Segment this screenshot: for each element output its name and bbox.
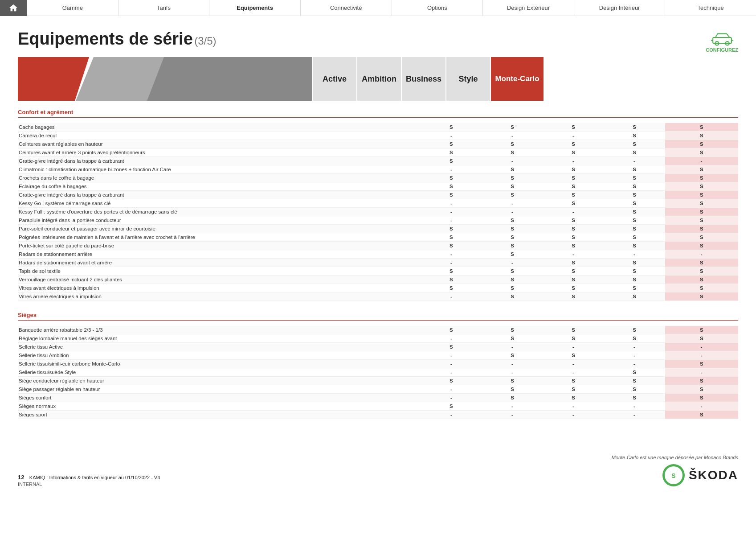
val-ambition: S <box>482 276 543 284</box>
val-ambition: - <box>482 360 543 368</box>
val-style: S <box>604 377 665 385</box>
table-row: Ceintures avant et arrière 3 points avec… <box>18 148 738 157</box>
val-business: S <box>543 233 604 242</box>
feature-name: Caméra de recul <box>18 132 421 140</box>
title-block: Equipements de série (3/5) <box>18 29 217 49</box>
val-business: S <box>543 148 604 157</box>
footer-right: Monte-Carlo est une marque déposée par M… <box>612 455 738 487</box>
val-ambition: S <box>482 182 543 191</box>
val-business: S <box>543 199 604 208</box>
val-business: - <box>543 360 604 368</box>
val-monte-carlo: - <box>665 402 738 411</box>
svg-text:S: S <box>671 472 675 479</box>
feature-name: Tapis de sol textile <box>18 267 421 276</box>
val-style: S <box>604 394 665 402</box>
val-active: - <box>421 259 482 267</box>
val-style: S <box>604 276 665 284</box>
val-ambition: S <box>482 216 543 225</box>
val-monte-carlo: - <box>665 351 738 360</box>
val-monte-carlo: - <box>665 343 738 351</box>
val-monte-carlo: S <box>665 225 738 233</box>
val-monte-carlo: S <box>665 199 738 208</box>
val-ambition: - <box>482 157 543 165</box>
val-active: - <box>421 199 482 208</box>
val-style: - <box>604 351 665 360</box>
val-monte-carlo: S <box>665 165 738 174</box>
table-row: Kessy Go : système démarrage sans clé - … <box>18 199 738 208</box>
val-active: S <box>421 326 482 334</box>
val-monte-carlo: S <box>665 140 738 148</box>
val-business: S <box>543 140 604 148</box>
val-business: S <box>543 267 604 276</box>
val-active: - <box>421 360 482 368</box>
val-style: S <box>604 123 665 132</box>
val-style: - <box>604 157 665 165</box>
feature-name: Gratte-givre intégré dans la trappe à ca… <box>18 157 421 165</box>
nav-item-gamme[interactable]: Gamme <box>27 0 118 16</box>
nav-item-tarifs[interactable]: Tarifs <box>118 0 209 16</box>
val-style: S <box>604 267 665 276</box>
val-monte-carlo: S <box>665 148 738 157</box>
table-row: Banquette arrière rabattable 2/3 - 1/3 S… <box>18 326 738 334</box>
val-ambition: S <box>482 326 543 334</box>
val-business: - <box>543 132 604 140</box>
val-ambition: S <box>482 233 543 242</box>
val-active: - <box>421 351 482 360</box>
val-business: S <box>543 165 604 174</box>
table-row: Sièges sport - - - - S <box>18 411 738 419</box>
footer-doc-info: KAMIQ : Informations & tarifs en vigueur… <box>29 475 160 480</box>
val-monte-carlo: S <box>665 334 738 343</box>
val-style: S <box>604 368 665 377</box>
nav-item-design-int[interactable]: Design Intérieur <box>574 0 665 16</box>
table-row: Gratte-givre intégré dans la trappe à ca… <box>18 157 738 165</box>
val-ambition: S <box>482 334 543 343</box>
val-active: S <box>421 225 482 233</box>
val-active: S <box>421 343 482 351</box>
table-row: Vitres arrière électriques à impulsion -… <box>18 292 738 301</box>
table-row: Sellerie tissu Ambition - S S - - <box>18 351 738 360</box>
val-monte-carlo: - <box>665 368 738 377</box>
val-ambition: - <box>482 208 543 216</box>
val-style: S <box>604 242 665 250</box>
val-monte-carlo: S <box>665 132 738 140</box>
val-business: - <box>543 411 604 419</box>
val-monte-carlo: S <box>665 123 738 132</box>
val-active: - <box>421 394 482 402</box>
val-active: - <box>421 216 482 225</box>
val-ambition: S <box>482 148 543 157</box>
nav-item-connectivite[interactable]: Connectivité <box>300 0 392 16</box>
nav-item-design-ext[interactable]: Design Extérieur <box>482 0 574 16</box>
val-business: - <box>543 368 604 377</box>
feature-name: Sellerie tissu Active <box>18 343 421 351</box>
feature-name: Radars de stationnement arrière <box>18 250 421 259</box>
val-business: S <box>543 284 604 292</box>
feature-name: Pare-soleil conducteur et passager avec … <box>18 225 421 233</box>
brand-name: ŠKODA <box>689 468 738 482</box>
val-ambition: - <box>482 411 543 419</box>
val-active: S <box>421 157 482 165</box>
table-row: Verrouillage centralisé incluant 2 clés … <box>18 276 738 284</box>
feature-name: Ceintures avant et arrière 3 points avec… <box>18 148 421 157</box>
val-business: - <box>543 157 604 165</box>
val-active: S <box>421 182 482 191</box>
feature-name: Poignées intérieures de maintien à l'ava… <box>18 233 421 242</box>
main-content: Active Ambition Business Style Monte-Car… <box>0 57 756 437</box>
val-style: S <box>604 284 665 292</box>
table-row: Tapis de sol textile S S S S S <box>18 267 738 276</box>
val-active: - <box>421 334 482 343</box>
nav-home[interactable] <box>0 0 27 16</box>
col-header-business: Business <box>401 57 445 101</box>
val-monte-carlo: S <box>665 292 738 301</box>
val-business: - <box>543 402 604 411</box>
nav-item-options[interactable]: Options <box>392 0 483 16</box>
val-style: S <box>604 334 665 343</box>
nav-item-technique[interactable]: Technique <box>665 0 756 16</box>
val-monte-carlo: S <box>665 394 738 402</box>
section-sieges: Sièges Banquette arrière rabattable 2/3 … <box>18 308 738 419</box>
feature-name: Gratte-givre intégré dans la trappe à ca… <box>18 191 421 199</box>
config-button[interactable]: CONFIGUREZ <box>706 29 738 53</box>
val-active: S <box>421 123 482 132</box>
nav-item-equipements[interactable]: Equipements <box>209 0 300 16</box>
dark-decoration <box>147 57 312 101</box>
nav-bar: Gamme Tarifs Equipements Connectivité Op… <box>0 0 756 16</box>
